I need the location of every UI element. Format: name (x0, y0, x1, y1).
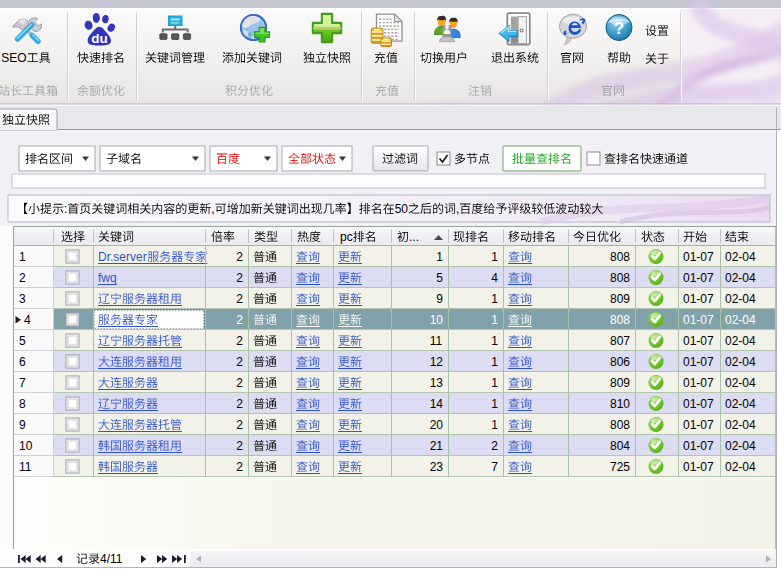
svg-text:01-07: 01-07 (683, 292, 714, 306)
svg-text:11: 11 (430, 334, 443, 348)
svg-text:809: 809 (610, 376, 630, 390)
svg-text:2: 2 (236, 460, 243, 474)
svg-text:20: 20 (430, 418, 444, 432)
svg-text:du: du (91, 31, 108, 46)
svg-text:2: 2 (236, 397, 243, 411)
svg-text:02-04: 02-04 (725, 397, 756, 411)
svg-text:810: 810 (610, 397, 630, 411)
svg-text:4: 4 (491, 271, 498, 285)
svg-text:01-07: 01-07 (683, 334, 714, 348)
svg-text:1: 1 (491, 418, 498, 432)
svg-text:5: 5 (19, 334, 26, 348)
svg-text:02-04: 02-04 (725, 439, 756, 453)
svg-text:02-04: 02-04 (725, 376, 756, 390)
svg-text:02-04: 02-04 (725, 460, 756, 474)
svg-text:807: 807 (610, 334, 630, 348)
svg-text:02-04: 02-04 (725, 313, 756, 327)
svg-text:23: 23 (430, 460, 444, 474)
svg-text:2: 2 (236, 355, 243, 369)
svg-text::: : (64, 202, 67, 216)
svg-text:01-07: 01-07 (683, 313, 714, 327)
svg-text:10: 10 (19, 439, 33, 453)
svg-text:01-07: 01-07 (683, 376, 714, 390)
svg-text:1: 1 (491, 355, 498, 369)
svg-text:12: 12 (430, 355, 444, 369)
svg-text:1: 1 (491, 376, 498, 390)
svg-text:9: 9 (436, 292, 443, 306)
svg-text:11: 11 (19, 460, 32, 474)
svg-text:2: 2 (236, 439, 243, 453)
svg-text:6: 6 (19, 355, 26, 369)
svg-text:3: 3 (19, 292, 26, 306)
svg-text:806: 806 (610, 355, 630, 369)
svg-text:01-07: 01-07 (683, 460, 714, 474)
svg-text:7: 7 (19, 376, 26, 390)
svg-text:01-07: 01-07 (683, 418, 714, 432)
svg-text:2: 2 (236, 313, 243, 327)
svg-text:808: 808 (610, 313, 630, 327)
svg-text:02-04: 02-04 (725, 250, 756, 264)
svg-text:808: 808 (610, 271, 630, 285)
svg-text:809: 809 (610, 292, 630, 306)
svg-text:1: 1 (491, 313, 498, 327)
svg-text:21: 21 (430, 439, 444, 453)
svg-text:14: 14 (430, 397, 444, 411)
svg-text:808: 808 (610, 250, 630, 264)
svg-text:808: 808 (610, 418, 630, 432)
svg-text:4: 4 (24, 313, 31, 327)
svg-text:725: 725 (610, 460, 630, 474)
svg-text:2: 2 (236, 250, 243, 264)
svg-text:SEO: SEO (1, 51, 26, 65)
svg-text:1: 1 (491, 292, 498, 306)
svg-text:9: 9 (19, 418, 26, 432)
svg-text:,: , (211, 202, 214, 216)
svg-text:02-04: 02-04 (725, 292, 756, 306)
svg-text:2: 2 (236, 292, 243, 306)
svg-text:2: 2 (236, 376, 243, 390)
svg-text:5: 5 (436, 271, 443, 285)
svg-text:804: 804 (610, 439, 630, 453)
svg-text:02-04: 02-04 (725, 334, 756, 348)
svg-text:01-07: 01-07 (683, 439, 714, 453)
svg-text:02-04: 02-04 (725, 418, 756, 432)
svg-text:1: 1 (491, 250, 498, 264)
svg-text:13: 13 (430, 376, 444, 390)
svg-text:10: 10 (430, 313, 444, 327)
svg-text:50: 50 (395, 202, 409, 216)
svg-text:2: 2 (236, 334, 243, 348)
svg-text:...: ... (409, 230, 419, 244)
svg-text:pc: pc (340, 230, 353, 244)
svg-text:01-07: 01-07 (683, 355, 714, 369)
svg-text:?: ? (614, 19, 624, 38)
svg-text:01-07: 01-07 (683, 271, 714, 285)
svg-text:1: 1 (491, 397, 498, 411)
svg-text:1: 1 (19, 250, 26, 264)
svg-text:8: 8 (19, 397, 26, 411)
svg-text:4/11: 4/11 (100, 552, 123, 566)
svg-text:1: 1 (436, 250, 443, 264)
svg-text:fwq: fwq (98, 271, 117, 285)
svg-text:02-04: 02-04 (725, 271, 756, 285)
svg-text:2: 2 (236, 271, 243, 285)
svg-text:,: , (456, 202, 459, 216)
svg-text:02-04: 02-04 (725, 355, 756, 369)
svg-text:01-07: 01-07 (683, 250, 714, 264)
svg-text:2: 2 (491, 439, 498, 453)
svg-text:1: 1 (491, 334, 498, 348)
svg-text:2: 2 (236, 418, 243, 432)
svg-text:7: 7 (491, 460, 498, 474)
svg-text:01-07: 01-07 (683, 397, 714, 411)
svg-text:2: 2 (19, 271, 26, 285)
svg-text:Dr.server: Dr.server (98, 250, 147, 264)
